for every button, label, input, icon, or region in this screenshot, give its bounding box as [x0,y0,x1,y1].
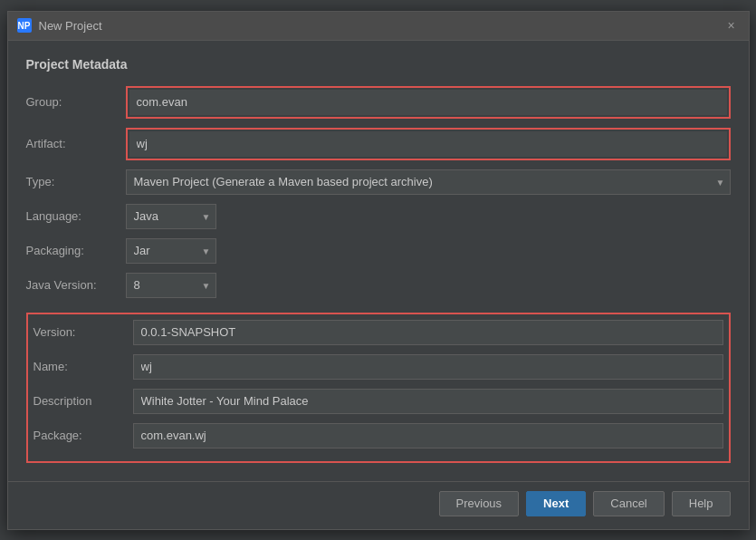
java-version-row: Java Version: 8 11 17 ▼ [26,273,731,298]
new-project-dialog: NP New Project × Project Metadata Group:… [7,11,750,530]
type-select-wrapper: Maven Project (Generate a Maven based pr… [126,169,731,195]
type-label: Type: [26,175,126,188]
package-input[interactable] [133,423,723,448]
type-row: Type: Maven Project (Generate a Maven ba… [26,169,731,195]
description-label: Description [33,394,133,408]
language-select-wrapper: Java Kotlin Groovy ▼ [126,204,216,229]
packaging-label: Packaging: [26,244,126,257]
group-label: Group: [26,95,126,109]
packaging-select-wrapper: Jar War ▼ [126,238,216,264]
section-title: Project Metadata [26,57,731,72]
artifact-input[interactable] [129,131,727,157]
java-version-select-wrapper: 8 11 17 ▼ [126,273,216,298]
cancel-button[interactable]: Cancel [593,491,664,516]
type-select[interactable]: Maven Project (Generate a Maven based pr… [126,169,731,195]
version-input[interactable] [133,320,723,345]
help-button[interactable]: Help [672,491,731,516]
packaging-select[interactable]: Jar War [126,238,216,264]
description-row: Description [33,389,723,414]
dialog-footer: Previous Next Cancel Help [8,481,749,529]
packaging-row: Packaging: Jar War ▼ [26,238,731,264]
artifact-row: Artifact: [26,128,731,160]
name-label: Name: [33,360,133,373]
next-button[interactable]: Next [526,491,586,516]
description-input[interactable] [133,389,723,414]
java-version-select[interactable]: 8 11 17 [126,273,216,298]
package-label: Package: [33,429,133,442]
title-bar: NP New Project × [8,12,749,41]
language-label: Language: [26,209,126,223]
name-row: Name: [33,354,723,380]
version-row: Version: [33,320,723,345]
close-button[interactable]: × [723,17,740,34]
name-input[interactable] [133,354,723,380]
package-row: Package: [33,423,723,448]
previous-button[interactable]: Previous [439,491,520,516]
artifact-label: Artifact: [26,137,126,150]
dialog-title: New Project [39,19,723,33]
app-icon: NP [17,18,32,33]
language-select[interactable]: Java Kotlin Groovy [126,204,216,229]
language-row: Language: Java Kotlin Groovy ▼ [26,204,731,229]
version-label: Version: [33,325,133,339]
group-input[interactable] [129,90,727,115]
java-version-label: Java Version: [26,278,126,292]
group-row: Group: [26,86,731,119]
dialog-content: Project Metadata Group: Artifact: Type: … [8,41,749,474]
